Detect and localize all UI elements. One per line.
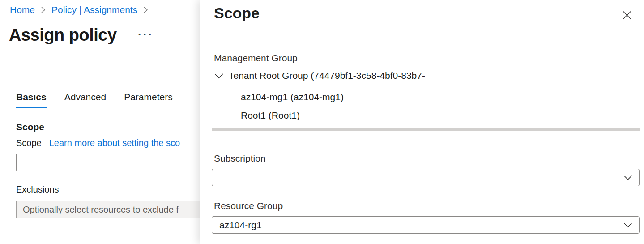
management-group-label: Management Group [214, 53, 298, 64]
tab-basics[interactable]: Basics [16, 92, 47, 108]
section-divider [212, 128, 640, 131]
tree-item-root1[interactable]: Root1 (Root1) [241, 110, 300, 121]
resource-group-value: az104-rg1 [219, 220, 623, 231]
chevron-down-icon [623, 175, 633, 180]
breadcrumb: Home Policy | Assignments [10, 4, 148, 15]
chevron-right-icon [143, 6, 148, 14]
tab-bar: Basics Advanced Parameters [16, 92, 173, 108]
chevron-right-icon [41, 6, 46, 14]
tree-item-tenant-root-group[interactable]: Tenant Root Group (74479bf1-3c58-4bf0-83… [214, 70, 425, 81]
learn-more-link[interactable]: Learn more about setting the sco [49, 138, 180, 148]
breadcrumb-link-policy-assignments[interactable]: Policy | Assignments [51, 4, 137, 15]
tab-parameters[interactable]: Parameters [124, 92, 173, 108]
resource-group-label: Resource Group [214, 201, 283, 211]
close-icon[interactable] [621, 9, 633, 21]
subscription-dropdown[interactable] [212, 169, 640, 186]
scope-field-label-row: Scope Learn more about setting the sco [16, 138, 180, 148]
resource-group-dropdown[interactable]: az104-rg1 [212, 216, 640, 234]
chevron-down-icon [623, 222, 633, 228]
page-title: Assign policy [9, 26, 117, 45]
tree-item-label: Root1 (Root1) [241, 110, 300, 121]
tree-item-label: az104-mg1 (az104-mg1) [241, 92, 344, 103]
panel-title: Scope [214, 4, 260, 22]
tab-advanced[interactable]: Advanced [64, 92, 106, 108]
breadcrumb-link-home[interactable]: Home [10, 4, 35, 15]
chevron-down-icon[interactable] [214, 73, 224, 79]
tree-item-az104-mg1[interactable]: az104-mg1 (az104-mg1) [241, 92, 344, 103]
scope-field-label: Scope [16, 138, 42, 148]
more-options-icon[interactable]: ··· [138, 29, 154, 40]
scope-section-heading: Scope [16, 122, 44, 133]
tree-item-label: Tenant Root Group (74479bf1-3c58-4bf0-83… [229, 70, 425, 81]
subscription-label: Subscription [214, 153, 266, 164]
scope-panel: Scope Management Group Tenant Root Group… [200, 0, 644, 244]
exclusions-label: Exclusions [16, 184, 59, 195]
